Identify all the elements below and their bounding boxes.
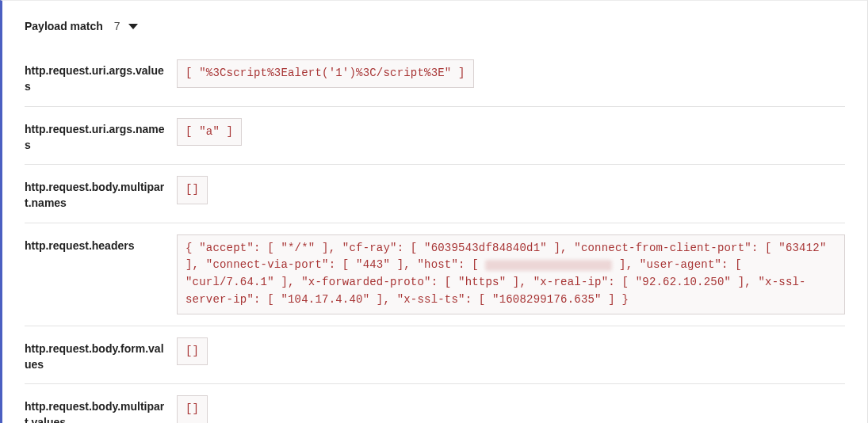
field-name: http.request.uri.args.names — [25, 118, 166, 154]
field-value: [ "%3Cscript%3Ealert('1')%3C/script%3E" … — [177, 59, 845, 88]
code-value: { "accept": [ "*/*" ], "cf-ray": [ "6039… — [177, 234, 845, 314]
payload-row: http.request.uri.args.names[ "a" ] — [25, 107, 845, 166]
rows-container: http.request.uri.args.values[ "%3Cscript… — [25, 48, 845, 423]
code-value: [] — [177, 176, 208, 204]
field-value: [] — [177, 176, 845, 204]
payload-row: http.request.body.multipart.values[] — [25, 384, 845, 423]
header-label: Payload match — [25, 20, 103, 32]
field-name: http.request.uri.args.values — [25, 59, 166, 95]
code-value: [ "a" ] — [177, 118, 242, 147]
field-name: http.request.body.form.values — [25, 337, 166, 373]
field-value: [ "a" ] — [177, 118, 845, 147]
field-name: http.request.headers — [25, 234, 166, 253]
panel-header[interactable]: Payload match 7 — [25, 20, 845, 32]
field-name: http.request.body.multipart.values — [25, 395, 166, 423]
payload-row: http.request.uri.args.values[ "%3Cscript… — [25, 48, 845, 107]
field-value: [] — [177, 395, 845, 423]
payload-row: http.request.body.multipart.names[] — [25, 165, 845, 223]
field-value: { "accept": [ "*/*" ], "cf-ray": [ "6039… — [177, 234, 845, 314]
payload-row: http.request.headers{ "accept": [ "*/*" … — [25, 223, 845, 326]
chevron-down-icon[interactable] — [128, 24, 138, 29]
code-value: [ "%3Cscript%3Ealert('1')%3C/script%3E" … — [177, 59, 474, 88]
header-count: 7 — [114, 20, 120, 32]
redacted-value — [485, 260, 612, 271]
field-name: http.request.body.multipart.names — [25, 176, 166, 212]
payload-row: http.request.body.form.values[] — [25, 326, 845, 385]
payload-panel: Payload match 7 http.request.uri.args.va… — [0, 0, 868, 423]
field-value: [] — [177, 337, 845, 366]
code-value: [] — [177, 395, 208, 423]
code-value: [] — [177, 337, 208, 366]
